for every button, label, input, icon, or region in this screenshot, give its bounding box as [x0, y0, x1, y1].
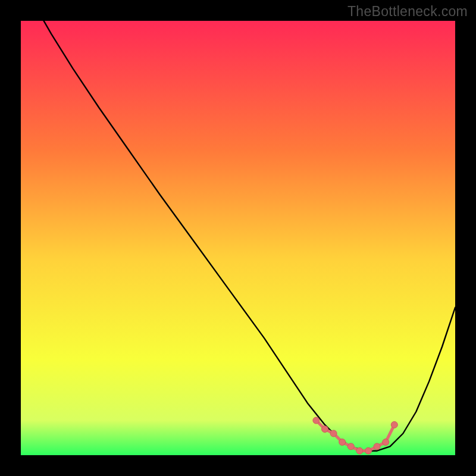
chart-svg [0, 0, 476, 476]
marker-dot [339, 439, 346, 446]
marker-dot [365, 447, 372, 454]
marker-dot [356, 447, 363, 454]
marker-dot [347, 443, 354, 450]
marker-dot [383, 439, 389, 446]
marker-dot [330, 430, 337, 437]
marker-dot [322, 426, 328, 433]
chart-stage: TheBottleneck.com [0, 0, 476, 476]
gradient-plot-area [21, 21, 455, 455]
marker-dot [374, 443, 380, 450]
marker-dot [313, 417, 320, 424]
marker-dot [391, 421, 397, 428]
